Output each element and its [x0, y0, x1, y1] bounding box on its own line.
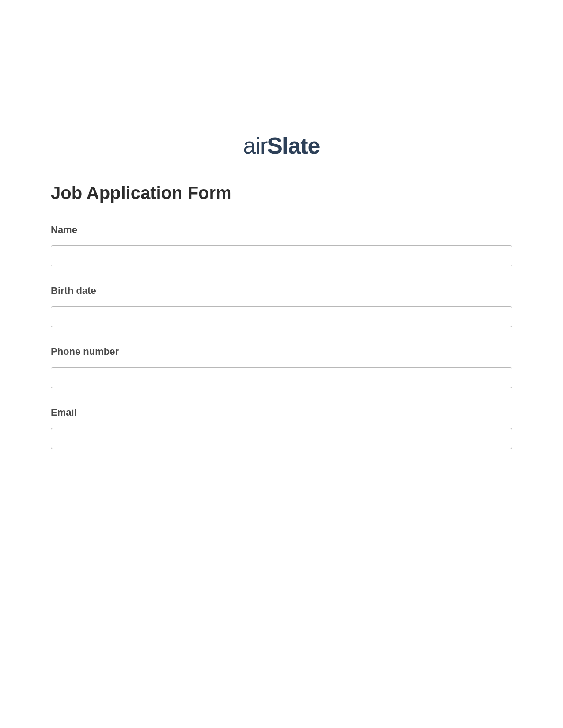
email-input[interactable]: [51, 428, 512, 449]
airslate-logo: airSlate: [243, 132, 320, 159]
form-container: airSlate Job Application Form Name Birth…: [0, 0, 563, 449]
logo-wrapper: airSlate: [51, 132, 512, 159]
field-group-phone: Phone number: [51, 346, 512, 388]
email-label: Email: [51, 407, 512, 418]
phone-input[interactable]: [51, 367, 512, 388]
logo-prefix: air: [243, 133, 267, 158]
logo-suffix: Slate: [267, 133, 320, 158]
field-group-birthdate: Birth date: [51, 285, 512, 327]
field-group-name: Name: [51, 224, 512, 266]
form-title: Job Application Form: [51, 183, 512, 203]
birthdate-label: Birth date: [51, 285, 512, 296]
phone-label: Phone number: [51, 346, 512, 357]
field-group-email: Email: [51, 407, 512, 449]
name-input[interactable]: [51, 245, 512, 266]
birthdate-input[interactable]: [51, 306, 512, 327]
name-label: Name: [51, 224, 512, 236]
